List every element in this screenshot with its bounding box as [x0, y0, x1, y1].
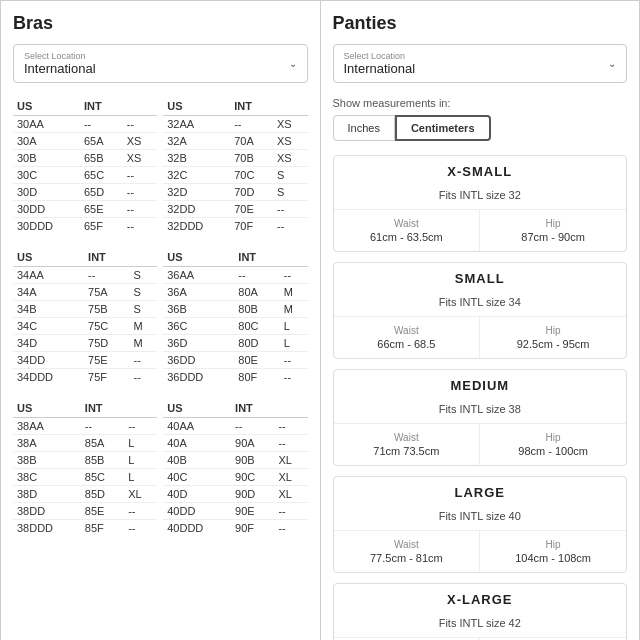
table-row: 32AA--XS	[163, 116, 307, 133]
table-cell: 90F	[231, 520, 274, 537]
table-cell: M	[280, 284, 308, 301]
table-cell: XS	[273, 116, 307, 133]
table-cell: 38AA	[13, 418, 81, 435]
table-row: 32B70BXS	[163, 150, 307, 167]
table-cell: XS	[123, 150, 157, 167]
table-cell: 30DD	[13, 201, 80, 218]
table-cell: L	[124, 452, 157, 469]
table-row: 34C75CM	[13, 318, 157, 335]
table-cell: 90C	[231, 469, 274, 486]
table-row: 36DD80E--	[163, 352, 307, 369]
size-card-fits: Fits INTL size 38	[334, 401, 627, 423]
table-cell: 75A	[84, 284, 129, 301]
table-row: 34DDD75F--	[13, 369, 157, 386]
col-int: INT	[234, 248, 279, 267]
table-cell: 70D	[230, 184, 273, 201]
table-cell: M	[130, 318, 158, 335]
table-cell: 85B	[81, 452, 124, 469]
table-row: 36AA----	[163, 267, 307, 284]
table-cell: 34B	[13, 301, 84, 318]
table-cell: 85D	[81, 486, 124, 503]
table-row: 38DD85E--	[13, 503, 157, 520]
col-int: INT	[81, 399, 124, 418]
table-cell: 36DD	[163, 352, 234, 369]
table-row: 40A90A--	[163, 435, 307, 452]
table-cell: 36D	[163, 335, 234, 352]
table-row: 38AA----	[13, 418, 157, 435]
table-cell: 34C	[13, 318, 84, 335]
waist-label: Waist	[338, 432, 476, 443]
size-card: X-SMALL Fits INTL size 32 Waist 61cm - 6…	[333, 155, 628, 252]
table-cell: 90D	[231, 486, 274, 503]
table-cell: 40DDD	[163, 520, 231, 537]
size-card-fits: Fits INTL size 32	[334, 187, 627, 209]
col-int: INT	[80, 97, 123, 116]
waist-measurement: Waist 66cm - 68.5	[334, 317, 481, 358]
table-cell: 75C	[84, 318, 129, 335]
table-cell: XS	[273, 150, 307, 167]
col-us: US	[163, 248, 234, 267]
size-card-fits: Fits INTL size 40	[334, 508, 627, 530]
table-cell: 65A	[80, 133, 123, 150]
waist-value: 71cm 73.5cm	[338, 445, 476, 457]
hip-measurement: Hip 104cm - 108cm	[480, 531, 626, 572]
table-cell: S	[130, 301, 158, 318]
waist-label: Waist	[338, 539, 476, 550]
bras-location-select[interactable]: Select Location International ⌄	[13, 44, 308, 83]
table-cell: 70C	[230, 167, 273, 184]
table-cell: --	[130, 352, 158, 369]
table-cell: 75E	[84, 352, 129, 369]
table-cell: 34A	[13, 284, 84, 301]
table-cell: 30B	[13, 150, 80, 167]
table-cell: --	[80, 116, 123, 133]
col-int: INT	[231, 399, 274, 418]
table-row: 40DDD90F--	[163, 520, 307, 537]
size-card-name: SMALL	[334, 263, 627, 294]
table-cell: 30AA	[13, 116, 80, 133]
table-cell: 40A	[163, 435, 231, 452]
table-row: 32DD70E--	[163, 201, 307, 218]
measurement-toggle-group: Inches Centimeters	[333, 115, 628, 141]
table-row: 40D90DXL	[163, 486, 307, 503]
table-cell: --	[274, 435, 307, 452]
table-cell: S	[273, 167, 307, 184]
table-cell: 32DD	[163, 201, 230, 218]
hip-measurement: Hip 87cm - 90cm	[480, 210, 626, 251]
table-row: 34AA--S	[13, 267, 157, 284]
col-us: US	[163, 399, 231, 418]
hip-label: Hip	[484, 325, 622, 336]
table-cell: 40DD	[163, 503, 231, 520]
table-cell: 38C	[13, 469, 81, 486]
bras-title: Bras	[13, 13, 308, 34]
col-int: INT	[84, 248, 129, 267]
bras-location-value: International	[24, 61, 96, 76]
table-cell: 36DDD	[163, 369, 234, 386]
table-row: 38D85DXL	[13, 486, 157, 503]
table-row: 38DDD85F--	[13, 520, 157, 537]
hip-label: Hip	[484, 432, 622, 443]
table-cell: 30DDD	[13, 218, 80, 235]
table-cell: 38D	[13, 486, 81, 503]
panties-location-label: Select Location	[344, 51, 416, 61]
toggle-inches-button[interactable]: Inches	[333, 115, 395, 141]
hip-value: 92.5cm - 95cm	[484, 338, 622, 350]
size-card-name: MEDIUM	[334, 370, 627, 401]
table-row: 38B85BL	[13, 452, 157, 469]
hip-label: Hip	[484, 218, 622, 229]
col-size	[273, 97, 307, 116]
panties-location-select[interactable]: Select Location International ⌄	[333, 44, 628, 83]
toggle-cm-button[interactable]: Centimeters	[395, 115, 491, 141]
panties-location-value: International	[344, 61, 416, 76]
bras-table-row-3: US INT 38AA----38A85AL38B85BL38C85CL38D8…	[13, 399, 308, 550]
table-cell: XL	[274, 486, 307, 503]
col-int: INT	[230, 97, 273, 116]
table-row: 32C70CS	[163, 167, 307, 184]
panties-chevron-icon: ⌄	[608, 58, 616, 69]
table-row: 36D80DL	[163, 335, 307, 352]
table-cell: --	[280, 352, 308, 369]
table-cell: --	[274, 503, 307, 520]
table-cell: 40C	[163, 469, 231, 486]
bras-table-2a: US INT 34AA--S34A75AS34B75BS34C75CM34D75…	[13, 248, 157, 385]
table-cell: 36B	[163, 301, 234, 318]
table-cell: 32C	[163, 167, 230, 184]
